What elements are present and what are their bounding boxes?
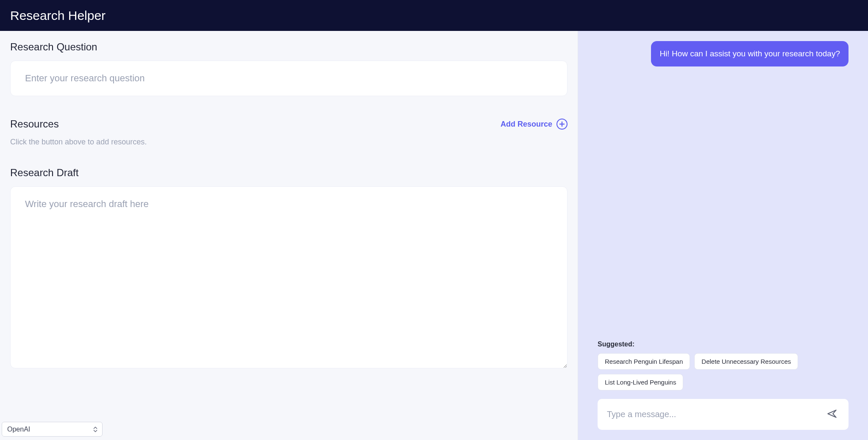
research-draft-title: Research Draft [10, 167, 568, 179]
chat-input[interactable] [607, 410, 825, 419]
draft-section: Research Draft [10, 167, 568, 370]
app-layout: Research Question Resources Add Resource… [0, 31, 868, 440]
send-button[interactable] [825, 407, 839, 422]
model-selector-wrap: OpenAI [2, 422, 103, 437]
suggestion-chip[interactable]: Research Penguin Lifespan [598, 353, 690, 370]
suggested-chips: Research Penguin Lifespan Delete Unneces… [598, 353, 849, 390]
research-question-title: Research Question [10, 41, 568, 53]
add-resource-label: Add Resource [501, 120, 552, 129]
resources-title: Resources [10, 118, 59, 130]
suggested-label: Suggested: [598, 340, 849, 348]
research-draft-textarea[interactable] [10, 186, 568, 368]
app-header: Research Helper [0, 0, 868, 31]
assistant-message: Hi! How can I assist you with your resea… [651, 41, 849, 66]
chat-messages: Hi! How can I assist you with your resea… [598, 41, 849, 340]
chat-input-row [598, 399, 849, 430]
send-icon [826, 408, 837, 421]
app-title: Research Helper [10, 8, 106, 23]
add-resource-button[interactable]: Add Resource [501, 119, 568, 130]
resources-empty-text: Click the button above to add resources. [10, 138, 568, 147]
research-question-input[interactable] [10, 61, 568, 96]
chat-panel: Hi! How can I assist you with your resea… [578, 31, 868, 440]
resources-header: Resources Add Resource [10, 118, 568, 130]
main-panel: Research Question Resources Add Resource… [0, 31, 578, 440]
suggestion-chip[interactable]: Delete Unnecessary Resources [694, 353, 798, 370]
plus-circle-icon [556, 119, 568, 130]
suggestion-chip[interactable]: List Long-Lived Penguins [598, 374, 683, 390]
model-selector[interactable]: OpenAI [2, 422, 103, 437]
